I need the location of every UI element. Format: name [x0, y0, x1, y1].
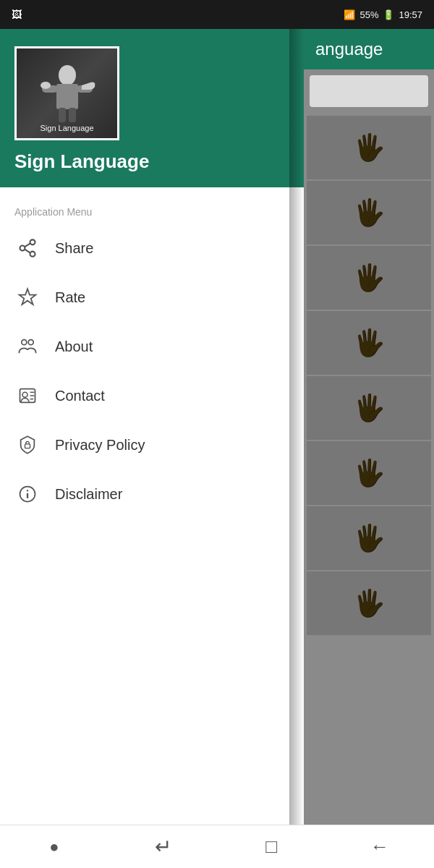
contact-icon — [14, 383, 41, 409]
grid-row-7: 🖐 — [307, 506, 431, 570]
share-svg — [17, 238, 38, 258]
hand-icon: 🖐 — [353, 328, 386, 358]
rate-icon — [14, 284, 41, 310]
grid-cell: 🖐 — [307, 181, 431, 244]
right-header: anguage — [304, 29, 434, 69]
people-svg — [17, 336, 38, 357]
nav-square-button[interactable]: □ — [253, 829, 289, 865]
dot-icon: ● — [49, 838, 59, 856]
grid-row-2: 🖐 — [307, 181, 431, 244]
battery-icon: 🔋 — [383, 9, 394, 20]
svg-rect-19 — [25, 444, 30, 448]
menu-item-rate[interactable]: Rate — [0, 273, 304, 322]
app-image: Sign Language — [14, 46, 119, 140]
hand-icon: 🖐 — [353, 393, 386, 423]
svg-point-8 — [20, 246, 25, 251]
time-display: 19:57 — [399, 9, 422, 20]
drawer-header: Sign Language Sign Language — [0, 29, 304, 187]
status-bar-image-icon: 🖼 — [12, 9, 22, 20]
search-bar — [310, 75, 428, 107]
grid-cell: 🖐 — [307, 246, 431, 310]
grid-cell: 🖐 — [307, 571, 431, 635]
arrow-icon: ← — [370, 835, 389, 858]
menu-item-about[interactable]: About — [0, 322, 304, 371]
svg-point-7 — [30, 239, 35, 244]
drawer: Sign Language Sign Language Application … — [0, 29, 304, 825]
shield-svg — [17, 435, 38, 455]
menu-section-label: Application Menu — [0, 195, 304, 224]
contact-label: Contact — [55, 388, 105, 404]
hand-icon: 🖐 — [353, 263, 386, 293]
svg-line-11 — [25, 250, 30, 253]
disclaimer-icon — [14, 481, 41, 507]
hand-icon: 🖐 — [353, 523, 386, 553]
rate-label: Rate — [55, 289, 85, 306]
grid-items: 🖐 🖐 🖐 🖐 — [304, 113, 434, 638]
hand-icon: 🖐 — [353, 132, 386, 163]
svg-point-9 — [30, 252, 35, 257]
grid-cell: 🖐 — [307, 441, 431, 505]
menu-item-contact[interactable]: Contact — [0, 371, 304, 420]
grid-cell: 🖐 — [307, 116, 431, 179]
main-container: Sign Language Sign Language Application … — [0, 29, 434, 825]
share-label: Share — [55, 240, 93, 257]
about-label: About — [55, 339, 93, 355]
privacy-label: Privacy Policy — [55, 437, 145, 454]
svg-rect-1 — [56, 84, 78, 109]
grid-cell: 🖐 — [307, 506, 431, 570]
grid-row-3: 🖐 — [307, 246, 431, 310]
status-icons: 📶 55% 🔋 19:57 — [344, 9, 422, 20]
grid-row-4: 🖐 — [307, 311, 431, 375]
square-icon: □ — [265, 835, 277, 858]
svg-point-0 — [59, 65, 76, 85]
svg-point-15 — [22, 392, 27, 397]
drawer-menu: Application Menu Share — [0, 187, 304, 825]
grid-row-6: 🖐 — [307, 441, 431, 505]
grid-row-8: 🖐 — [307, 571, 431, 635]
privacy-icon — [14, 432, 41, 458]
image-label: Sign Language — [17, 124, 117, 132]
app-title: Sign Language — [14, 150, 289, 173]
nav-bar: ● ↵ □ ← — [0, 825, 434, 868]
svg-point-22 — [27, 490, 28, 491]
grid-row-1: 🖐 — [307, 116, 431, 179]
status-bar: 🖼 📶 55% 🔋 19:57 — [0, 0, 434, 29]
grid-cell: 🖐 — [307, 376, 431, 440]
hand-icon: 🖐 — [353, 197, 386, 228]
disclaimer-label: Disclaimer — [55, 486, 122, 503]
menu-item-disclaimer[interactable]: Disclaimer — [0, 469, 304, 519]
app-image-content: Sign Language — [17, 48, 117, 138]
svg-line-10 — [25, 243, 30, 247]
share-icon — [14, 235, 41, 261]
svg-point-4 — [41, 82, 51, 89]
nav-dot-button[interactable]: ● — [36, 829, 72, 865]
info-svg — [17, 484, 38, 504]
contact-svg — [17, 386, 38, 406]
svg-rect-6 — [69, 108, 76, 122]
right-panel: anguage 🖐 🖐 🖐 — [304, 29, 434, 825]
person-sign-svg — [38, 61, 96, 126]
hand-icon: 🖐 — [353, 588, 386, 618]
hand-icon: 🖐 — [353, 458, 386, 488]
nav-back-button[interactable]: ↵ — [145, 829, 181, 865]
right-title: anguage — [315, 39, 383, 59]
star-svg — [17, 287, 38, 307]
menu-item-share[interactable]: Share — [0, 224, 304, 273]
svg-point-12 — [22, 340, 27, 345]
back-icon: ↵ — [155, 835, 171, 859]
grid-row-5: 🖐 — [307, 376, 431, 440]
signal-icon: 📶 — [344, 9, 355, 20]
menu-item-privacy[interactable]: Privacy Policy — [0, 420, 304, 469]
svg-rect-5 — [59, 108, 66, 122]
svg-point-13 — [28, 340, 33, 345]
about-icon — [14, 333, 41, 359]
nav-arrow-button[interactable]: ← — [362, 829, 398, 865]
grid-cell: 🖐 — [307, 311, 431, 375]
battery-text: 55% — [359, 9, 378, 20]
